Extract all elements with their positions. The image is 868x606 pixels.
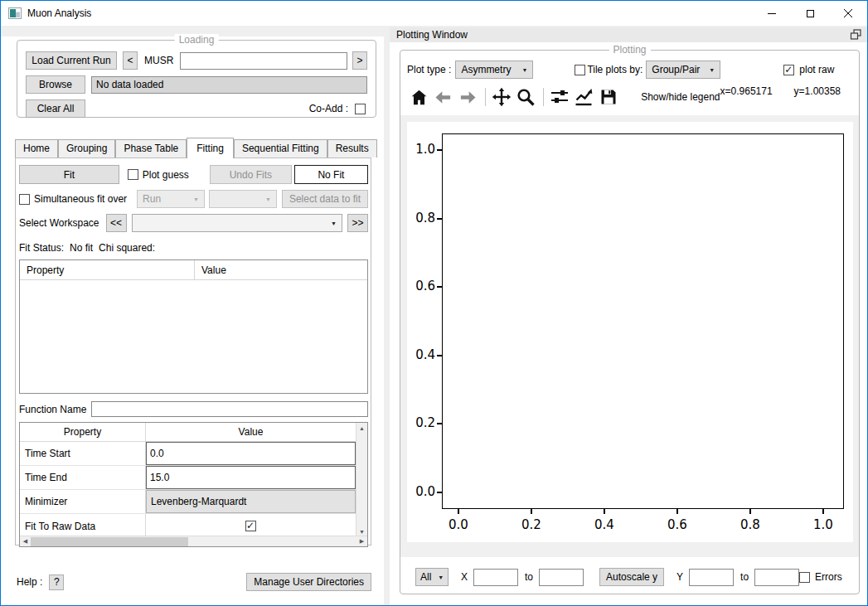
- axis-controls: All▼ X to Autoscale y Y to Errors: [400, 568, 859, 586]
- fit-state-button[interactable]: No Fit: [294, 165, 368, 184]
- manage-user-directories-button[interactable]: Manage User Directories: [246, 573, 371, 591]
- y-tick-label: 0.4: [407, 347, 435, 362]
- plot-scope-select[interactable]: All▼: [415, 568, 449, 586]
- fit-button[interactable]: Fit: [19, 165, 119, 184]
- tab-home[interactable]: Home: [15, 139, 58, 158]
- title-bar[interactable]: Muon Analysis: [1, 1, 867, 26]
- co-add-checkbox[interactable]: [355, 104, 366, 114]
- settings-vertical-scrollbar[interactable]: ▲ ▼: [356, 423, 367, 537]
- tab-results[interactable]: Results: [327, 139, 377, 158]
- previous-run-button[interactable]: <: [123, 51, 138, 70]
- load-current-run-button[interactable]: Load Current Run: [26, 51, 117, 70]
- muon-analysis-window: Muon Analysis Loading Load Current Run <…: [0, 0, 868, 606]
- close-icon: [843, 8, 853, 18]
- forward-button[interactable]: [458, 86, 478, 108]
- tile-plots-label: Tile plots by:: [587, 64, 643, 75]
- close-button[interactable]: [829, 1, 867, 26]
- x-tick-label: 0.8: [732, 517, 769, 532]
- undo-fits-button: Undo Fits: [210, 165, 292, 184]
- home-button[interactable]: [409, 86, 429, 108]
- errors-checkbox[interactable]: [799, 572, 810, 583]
- table-row-time-start: Time Start: [20, 442, 356, 466]
- save-button[interactable]: [599, 86, 619, 108]
- workspace-select[interactable]: ▼: [132, 214, 343, 232]
- maximize-button[interactable]: [791, 1, 829, 26]
- dock-titlebar[interactable]: Plotting Window: [390, 27, 867, 42]
- app-icon: [8, 7, 22, 20]
- minimizer-select[interactable]: Levenberg-Marquardt: [146, 490, 356, 513]
- plot-axes[interactable]: [442, 133, 844, 509]
- tab-fitting[interactable]: Fitting: [187, 138, 234, 158]
- tile-plots-checkbox[interactable]: [575, 65, 585, 75]
- x-tick-mark: [531, 509, 532, 514]
- plotting-window-dock: Plotting Window Plotting Plot type : Asy…: [390, 26, 867, 605]
- y-max-input[interactable]: [754, 569, 799, 586]
- function-name-input[interactable]: [91, 401, 368, 417]
- browse-button[interactable]: Browse: [26, 75, 85, 94]
- time-end-input[interactable]: [146, 466, 356, 489]
- tab-phase-table[interactable]: Phase Table: [115, 139, 187, 158]
- x-min-input[interactable]: [473, 569, 518, 586]
- chi-squared-label: Chi squared:: [99, 242, 155, 254]
- pan-button[interactable]: [492, 86, 512, 108]
- scroll-right-icon[interactable]: ▶: [356, 536, 367, 546]
- table-row-fit-to-raw-data: Fit To Raw Data: [20, 514, 356, 538]
- float-dock-button[interactable]: [850, 29, 863, 41]
- fitting-tab-pane: Fit Plot guess Undo Fits No Fit Simultan…: [15, 158, 371, 545]
- forward-arrow-icon: [458, 88, 478, 107]
- next-run-button[interactable]: >: [352, 51, 367, 70]
- back-arrow-icon: [434, 88, 453, 107]
- plot-guess-checkbox[interactable]: [128, 169, 138, 180]
- x-tick-mark: [604, 509, 605, 514]
- dock-title: Plotting Window: [390, 29, 468, 41]
- tab-grouping[interactable]: Grouping: [58, 139, 115, 158]
- zoom-button[interactable]: [516, 86, 536, 108]
- plot-raw-checkbox[interactable]: [783, 65, 794, 75]
- y-tick-label: 0.0: [407, 484, 435, 499]
- x-tick-label: 1.0: [805, 517, 841, 532]
- plotting-group: Plotting Plot type : Asymmetry▼ Tile plo…: [400, 50, 860, 594]
- fit-to-raw-data-checkbox[interactable]: [245, 521, 256, 531]
- help-label: Help :: [17, 576, 42, 588]
- scrollbar-thumb[interactable]: [31, 537, 188, 546]
- plot-toolbar: Show/hide legend x=0.965171 y=1.00358: [400, 86, 859, 108]
- settings-column-property: Property: [20, 423, 146, 441]
- save-icon: [599, 87, 618, 107]
- settings-horizontal-scrollbar[interactable]: ◀ ▶: [20, 536, 367, 546]
- workspace-next-button[interactable]: >>: [347, 214, 368, 232]
- fit-status-label: Fit Status:: [19, 242, 64, 254]
- minimize-button[interactable]: [753, 1, 791, 26]
- scroll-left-icon[interactable]: ◀: [20, 536, 31, 546]
- y-tick-mark: [437, 218, 442, 220]
- help-button[interactable]: ?: [49, 574, 64, 590]
- x-max-input[interactable]: [539, 569, 584, 586]
- run-number-input[interactable]: [180, 52, 347, 70]
- scroll-up-icon[interactable]: ▲: [356, 423, 367, 434]
- plotting-body: Plotting Plot type : Asymmetry▼ Tile plo…: [390, 42, 867, 605]
- simultaneous-fit-checkbox[interactable]: [19, 194, 30, 205]
- float-icon: [850, 29, 861, 40]
- back-button[interactable]: [434, 86, 454, 108]
- time-start-input[interactable]: [146, 442, 356, 465]
- simultaneous-over-select: Run▼: [137, 190, 205, 208]
- tile-plots-select[interactable]: Group/Pair▼: [646, 61, 720, 79]
- minimize-icon: [768, 13, 776, 14]
- y-min-input[interactable]: [689, 569, 734, 586]
- errors-label: Errors: [815, 571, 842, 583]
- window-controls: [753, 1, 867, 26]
- settings-column-value: Value: [146, 423, 356, 441]
- autoscale-y-button[interactable]: Autoscale y: [599, 568, 664, 586]
- show-hide-legend-button[interactable]: Show/hide legend: [641, 91, 720, 103]
- parameters-column-value[interactable]: Value: [195, 264, 226, 276]
- tab-sequential-fitting[interactable]: Sequential Fitting: [234, 139, 327, 158]
- line-style-button[interactable]: [574, 86, 594, 108]
- cursor-coordinates: x=0.965171 y=1.00358: [720, 85, 841, 97]
- plot-type-select[interactable]: Asymmetry▼: [455, 61, 533, 79]
- plot-options-button[interactable]: [550, 86, 570, 108]
- workspace-prev-button[interactable]: <<: [106, 214, 127, 232]
- parameters-column-property[interactable]: Property: [20, 260, 195, 279]
- y-tick-label: 0.8: [407, 211, 435, 225]
- clear-all-button[interactable]: Clear All: [26, 99, 85, 118]
- select-data-to-fit-button: Select data to fit: [282, 190, 368, 208]
- plot-canvas[interactable]: 1.00.80.60.40.20.00.00.20.40.60.81.0: [407, 122, 853, 542]
